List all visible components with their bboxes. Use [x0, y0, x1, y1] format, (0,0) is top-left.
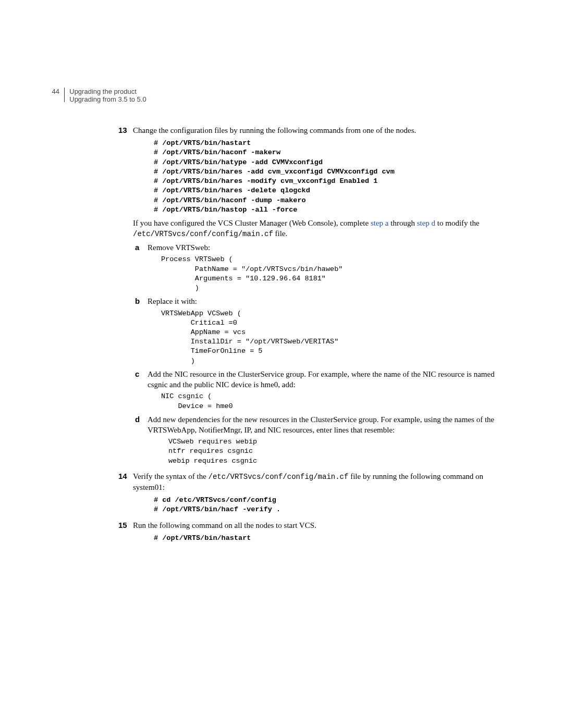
step-15-text: Run the following command on all the nod… — [133, 520, 516, 530]
substep-b-code: VRTSWebApp VCSweb ( Critical =0 AppName … — [161, 309, 516, 366]
page-number: 44 — [47, 88, 59, 95]
substep-label: c — [135, 369, 139, 379]
header-divider — [64, 88, 65, 102]
text: Verify the syntax of the — [133, 472, 209, 480]
step-13: 13 Change the configuration files by run… — [133, 125, 516, 466]
substep-d-code: VCSweb requires webip ntfr requires csgn… — [168, 437, 516, 466]
step-13-command-block: # /opt/VRTS/bin/hastart # /opt/VRTS/bin/… — [154, 139, 516, 215]
header-titles: Upgrading the product Upgrading from 3.5… — [69, 88, 146, 103]
chapter-title: Upgrading the product — [69, 88, 146, 95]
text: through — [388, 219, 417, 227]
substep-b: b Replace it with: VRTSWebApp VCSweb ( C… — [148, 296, 516, 366]
page-content: 13 Change the configuration files by run… — [133, 125, 516, 543]
substep-a: a Remove VRTSweb: Process VRTSweb ( Path… — [148, 242, 516, 293]
step-14-text: Verify the syntax of the /etc/VRTSvcs/co… — [133, 471, 516, 492]
substep-label: d — [135, 414, 140, 425]
substep-d: d Add new dependencies for the new resou… — [148, 414, 516, 466]
code-text: # /opt/VRTS/bin/hastart # /opt/VRTS/bin/… — [154, 139, 395, 214]
step-13-after: If you have configured the VCS Cluster M… — [133, 218, 516, 239]
substep-c: c Add the NIC resource in the ClusterSer… — [148, 369, 516, 411]
step-number: 14 — [118, 471, 127, 482]
step-number: 13 — [118, 125, 127, 135]
code-text: # /opt/VRTS/bin/hastart — [154, 534, 251, 542]
substep-label: b — [135, 296, 140, 306]
step-number: 15 — [118, 520, 127, 530]
link-step-d[interactable]: step d — [417, 219, 435, 227]
step-15: 15 Run the following command on all the … — [133, 520, 516, 543]
step-15-command-block: # /opt/VRTS/bin/hastart — [154, 534, 516, 543]
page-container: 44 Upgrading the product Upgrading from … — [0, 0, 563, 595]
config-file-path: /etc/VRTSvcs/conf/config/main.cf — [209, 473, 349, 481]
step-13-text: Change the configuration files by runnin… — [133, 125, 516, 135]
substep-label: a — [135, 242, 139, 253]
page-header: 44 Upgrading the product Upgrading from … — [47, 88, 146, 103]
step-14: 14 Verify the syntax of the /etc/VRTSvcs… — [133, 471, 516, 515]
config-file-path: /etc/VRTSvcs/conf/config/main.cf — [133, 230, 273, 238]
substep-c-text: Add the NIC resource in the ClusterServi… — [148, 369, 516, 390]
text: to modify the — [435, 219, 480, 227]
text: If you have configured the VCS Cluster M… — [133, 219, 371, 227]
substep-a-code: Process VRTSweb ( PathName = "/opt/VRTSv… — [161, 255, 516, 293]
substep-c-code: NIC csgnic ( Device = hme0 — [161, 392, 516, 411]
substep-b-text: Replace it with: — [148, 296, 516, 306]
section-title: Upgrading from 3.5 to 5.0 — [69, 95, 146, 103]
step-14-command-block: # cd /etc/VRTSvcs/conf/config # /opt/VRT… — [154, 496, 516, 514]
substep-a-text: Remove VRTSweb: — [148, 242, 516, 253]
substep-d-text: Add new dependencies for the new resourc… — [148, 414, 516, 436]
link-step-a[interactable]: step a — [371, 219, 389, 227]
code-text: # cd /etc/VRTSvcs/conf/config # /opt/VRT… — [154, 496, 280, 513]
text: file. — [273, 229, 288, 238]
